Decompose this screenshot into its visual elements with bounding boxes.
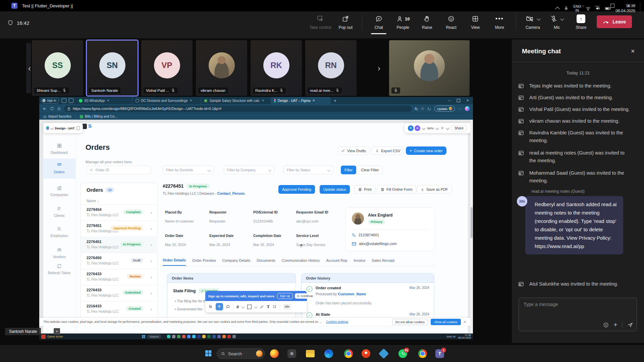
present-chevron-icon[interactable] xyxy=(446,126,449,130)
filter-company-select[interactable]: Filter by Company xyxy=(224,166,274,174)
sort-desc-icon[interactable]: ↓ xyxy=(98,199,99,203)
copilot-icon[interactable] xyxy=(465,106,470,111)
shape-tool-icon[interactable] xyxy=(247,305,252,309)
dev-mode-toggle-icon[interactable]: </> xyxy=(283,304,291,309)
collaborator-avatar[interactable]: S xyxy=(408,125,414,131)
save-as-pdf-button[interactable]: Save as PDF xyxy=(417,185,452,194)
sidebar-item-employees[interactable]: Employees xyxy=(43,226,75,238)
vertical-tabs-icon[interactable] xyxy=(69,98,73,103)
favorites-star-icon[interactable]: ☆ xyxy=(421,106,425,111)
shared-app-icon[interactable] xyxy=(167,335,170,338)
shared-tray-lang[interactable]: ENG IN xyxy=(447,335,455,338)
react-button[interactable]: React xyxy=(440,13,462,31)
scrollbar-thumb[interactable] xyxy=(471,207,473,238)
tab-invoice[interactable]: Invoice xyxy=(354,258,365,265)
tray-language[interactable]: ENG IN xyxy=(573,4,581,12)
tab-sales-receipt[interactable]: Sales Receipt xyxy=(372,258,394,265)
shared-app-icon[interactable] xyxy=(172,335,175,338)
order-row[interactable]: 2279454TL Flex Holdings LLC Complete› xyxy=(81,204,157,221)
app-icon-dark[interactable] xyxy=(287,349,296,358)
new-tab-icon[interactable]: + xyxy=(334,98,337,103)
mic-options-chevron-icon[interactable] xyxy=(560,17,564,20)
tiles-scroll-left-icon[interactable]: ‹ xyxy=(28,64,31,72)
contact-person-link[interactable]: Contact_Person. xyxy=(217,191,245,195)
firefox-icon[interactable] xyxy=(270,349,279,358)
browser-minimize-icon[interactable]: — xyxy=(448,99,451,102)
camera-button[interactable]: Camera xyxy=(522,13,544,31)
shared-search-box[interactable]: Search xyxy=(147,335,161,339)
approval-pending-button[interactable]: Approval Pending xyxy=(278,185,315,194)
customer-name-link[interactable]: Customer_Name xyxy=(338,292,366,296)
signup-button[interactable]: Sign up xyxy=(277,293,293,299)
tab-documents[interactable]: Documents xyxy=(257,258,275,265)
browser-close-icon[interactable]: ✕ xyxy=(466,99,469,102)
tab-close-icon[interactable]: ✕ xyxy=(262,99,264,102)
browser-signin-button[interactable]: Sign in xyxy=(41,98,59,104)
shared-app-icon[interactable] xyxy=(227,335,231,338)
layout-panel-icon[interactable] xyxy=(76,126,80,130)
order-row[interactable]: 2276433TL Flex Holdings LLC Submitted› xyxy=(81,285,157,301)
figma-menu-chevron-icon[interactable] xyxy=(50,127,53,130)
emoji-icon[interactable] xyxy=(603,322,609,328)
chevron-down-icon[interactable] xyxy=(254,305,258,308)
order-row[interactable]: 2276450TL Flex Holdings LLC Draft› xyxy=(81,253,157,269)
video-tile-vikram[interactable]: vikram chavan xyxy=(196,40,247,96)
browser-tab-dc-divisions[interactable]: DC Divisions and Surroundings✕ xyxy=(132,97,201,104)
figma-menu-icon[interactable] xyxy=(46,126,49,130)
chat-close-icon[interactable]: ✕ xyxy=(631,48,635,54)
cookie-close-icon[interactable]: ✕ xyxy=(464,320,466,324)
contact-email[interactable]: alex@vstatefilings.com xyxy=(359,242,397,246)
chat-message-input[interactable] xyxy=(523,301,632,307)
sidebar-item-companies[interactable]: Companies xyxy=(43,185,75,197)
browser-update-button[interactable]: Update xyxy=(434,106,455,112)
raise-hand-button[interactable]: Raise xyxy=(416,13,438,31)
order-row[interactable]: 2216433TL Flex Holdings LLC Created› xyxy=(81,301,157,317)
view-drafts-button[interactable]: View Drafts xyxy=(338,146,370,155)
attach-plus-icon[interactable]: + xyxy=(613,321,618,328)
take-control-button[interactable]: Take control xyxy=(308,13,333,31)
tab-communication-history[interactable]: Communication History xyxy=(282,258,320,265)
create-new-order-button[interactable]: + Create new order xyxy=(406,146,446,155)
shared-app-icon[interactable] xyxy=(202,335,206,338)
order-row-selected[interactable]: 2276451TL Flex Holdings LLC In Progress› xyxy=(81,237,157,253)
chat-input-box[interactable]: + xyxy=(519,298,637,331)
deny-cookies-button[interactable]: Do not allow cookies xyxy=(392,319,428,325)
clear-filter-button[interactable]: Clear Filter xyxy=(357,166,383,174)
sidebar-item-orders[interactable]: Orders xyxy=(43,163,75,174)
sidebar-item-clients[interactable]: Clients xyxy=(43,206,75,218)
brave-icon[interactable] xyxy=(362,349,370,358)
video-tile-ravindra[interactable]: RK Ravindra K... xyxy=(251,40,302,96)
sidebar-item-vendors[interactable]: Vendors xyxy=(43,247,75,259)
move-tool-icon[interactable] xyxy=(209,305,213,309)
tab-order-preview[interactable]: Order Preview xyxy=(192,258,216,265)
favorite-bills[interactable]: Bills | Billing and Co... xyxy=(80,115,117,118)
edge-icon[interactable] xyxy=(324,349,333,358)
collaborators-chevron-icon[interactable] xyxy=(422,126,426,130)
tab-close-icon[interactable]: ✕ xyxy=(313,99,315,102)
video-tile-shivani[interactable]: SS Shivani Sup... xyxy=(32,40,83,96)
text-tool-icon[interactable]: T xyxy=(267,304,270,309)
start-button-icon[interactable] xyxy=(204,349,213,358)
shared-app-icon[interactable] xyxy=(187,335,191,338)
name-column-header[interactable]: Name xyxy=(87,199,96,203)
chrome-profile-icon[interactable] xyxy=(418,349,427,358)
address-bar[interactable]: https://www.figma.com/design/9BKQ0FOHRWa… xyxy=(64,106,412,112)
widget-game-score[interactable]: Game score xyxy=(47,335,63,338)
home-icon[interactable] xyxy=(57,107,61,111)
shared-app-icon[interactable] xyxy=(217,335,221,338)
presenter-pin-icon[interactable]: + xyxy=(54,328,60,335)
tab-close-icon[interactable]: ✕ xyxy=(190,99,193,102)
filter-button[interactable]: Filter xyxy=(341,166,356,174)
back-icon[interactable] xyxy=(43,107,47,111)
allow-cookies-button[interactable]: Allow all cookies xyxy=(431,319,461,325)
show-desktop-sliver[interactable] xyxy=(640,3,641,14)
shared-app-icon[interactable] xyxy=(222,335,226,338)
volume-icon[interactable] xyxy=(595,6,600,11)
widgets-game-icon[interactable] xyxy=(41,335,46,339)
whatsapp-icon[interactable]: 81 xyxy=(398,349,407,358)
components-tool-icon[interactable] xyxy=(273,305,277,309)
video-tile-vishal[interactable]: VP Vishal Patil ... xyxy=(141,40,193,96)
file-explorer-icon[interactable] xyxy=(306,350,315,359)
send-icon[interactable] xyxy=(627,322,633,328)
print-button[interactable]: Print xyxy=(355,185,375,194)
